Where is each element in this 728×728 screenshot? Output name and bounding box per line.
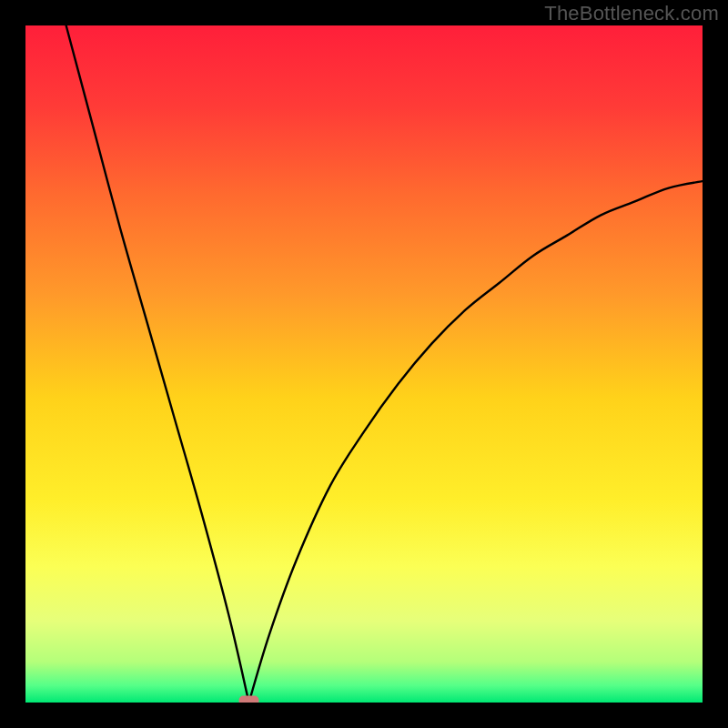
chart-svg <box>25 25 703 703</box>
minimum-marker <box>239 696 259 703</box>
plot-area <box>25 25 703 703</box>
gradient-background <box>25 25 703 703</box>
watermark-text: TheBottleneck.com <box>544 2 719 25</box>
chart-frame: TheBottleneck.com <box>0 0 728 728</box>
